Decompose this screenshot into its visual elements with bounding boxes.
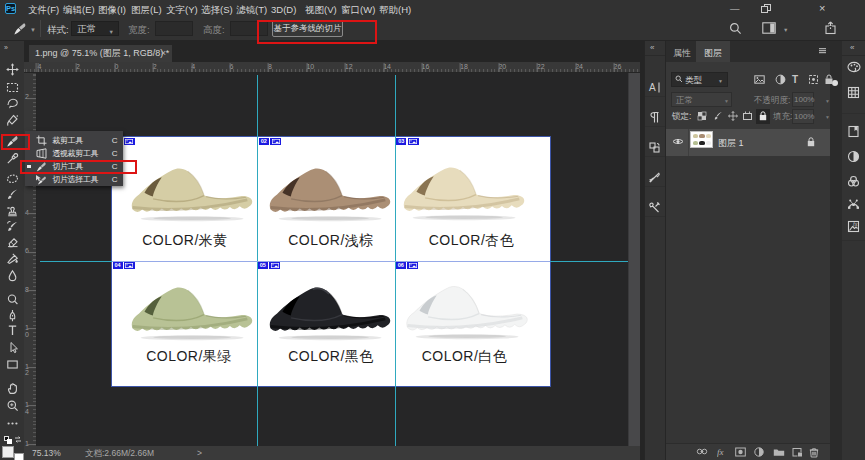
svg-text:A: A: [649, 82, 656, 93]
svg-text:fx: fx: [853, 221, 858, 227]
svg-text:fx: fx: [717, 447, 724, 457]
